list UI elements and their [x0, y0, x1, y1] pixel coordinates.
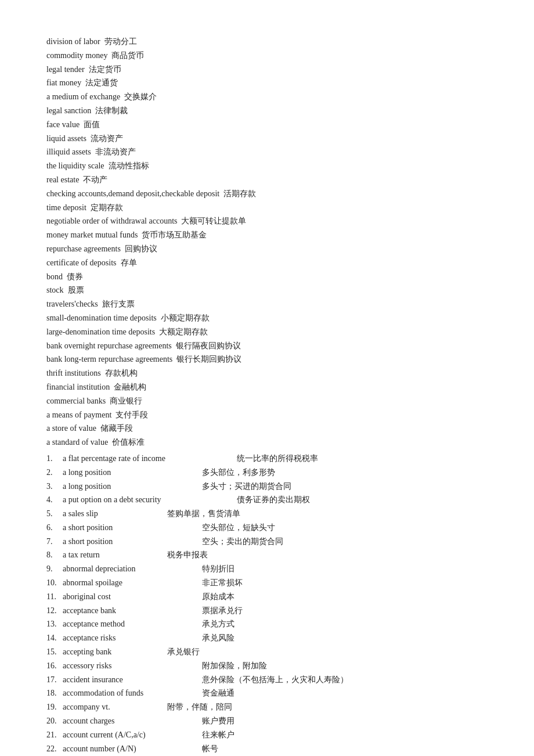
vocab-line: a medium of exchange 交换媒介 [46, 90, 488, 104]
numbered-item: 17.accident insurance意外保险（不包括海上，火灾和人寿险） [46, 673, 488, 687]
numbered-item: 12.acceptance bank票据承兑行 [46, 604, 488, 618]
vocab-line: commercial banks 商业银行 [46, 394, 488, 408]
numbered-item: 20.account charges账户费用 [46, 714, 488, 728]
vocab-line: stock 股票 [46, 283, 488, 297]
item-translation: 多头部位，利多形势 [202, 466, 275, 480]
vocab-line: a standard of value 价值标准 [46, 435, 488, 449]
item-number: 1. [46, 452, 63, 466]
vocab-line: illiquid assets 非流动资产 [46, 145, 488, 159]
item-number: 3. [46, 480, 63, 494]
vocab-line: real estate 不动产 [46, 173, 488, 187]
vocabulary-list: division of labor 劳动分工commodity money 商品… [46, 35, 488, 449]
numbered-item: 13.acceptance method承兑方式 [46, 617, 488, 631]
item-translation: 意外保险（不包括海上，火灾和人寿险） [202, 673, 348, 687]
vocab-line: certificate of deposits 存单 [46, 256, 488, 270]
numbered-item: 11.aboriginal cost原始成本 [46, 590, 488, 604]
numbered-item: 5.a sales slip签购单据，售货清单 [46, 507, 488, 521]
item-number: 6. [46, 521, 63, 535]
item-number: 19. [46, 700, 63, 714]
item-translation: 承兑方式 [202, 617, 234, 631]
vocab-line: travelers'checks 旅行支票 [46, 297, 488, 311]
numbered-item: 15.accepting bank承兑银行 [46, 645, 488, 659]
item-translation: 账户费用 [202, 714, 234, 728]
item-term: account charges [63, 714, 202, 728]
item-number: 8. [46, 548, 63, 562]
item-translation: 统一比率的所得税税率 [237, 452, 318, 466]
vocab-line: commodity money 商品货币 [46, 49, 488, 63]
numbered-item: 1.a flat percentage rate of income统一比率的所… [46, 452, 488, 466]
item-number: 12. [46, 604, 63, 618]
main-content: division of labor 劳动分工commodity money 商品… [46, 35, 488, 756]
vocab-line: small-denomination time deposits 小额定期存款 [46, 311, 488, 325]
item-number: 20. [46, 714, 63, 728]
item-translation: 承兑银行 [167, 645, 200, 659]
item-translation: 附加保险，附加险 [202, 659, 267, 673]
item-term: accessory risks [63, 659, 202, 673]
item-term: aboriginal cost [63, 590, 202, 604]
vocab-line: thrift institutions 存款机构 [46, 366, 488, 380]
item-term: account number (A/N) [63, 742, 202, 756]
item-term: a short position [63, 535, 202, 549]
vocab-line: liquid assets 流动资产 [46, 132, 488, 146]
vocab-line: large-denomination time deposits 大额定期存款 [46, 325, 488, 339]
item-translation: 帐号 [202, 742, 218, 756]
item-translation: 往来帐户 [202, 728, 234, 742]
item-number: 11. [46, 590, 63, 604]
item-term: abnormal depreciation [63, 562, 202, 576]
item-translation: 税务申报表 [167, 548, 208, 562]
vocab-line: legal tender 法定货币 [46, 63, 488, 77]
item-number: 16. [46, 659, 63, 673]
item-translation: 票据承兑行 [202, 604, 243, 618]
item-translation: 资金融通 [202, 686, 234, 700]
item-translation: 特别折旧 [202, 562, 234, 576]
vocab-line: bank overnight repurchase agreements 银行隔… [46, 339, 488, 353]
item-term: accompany vt. [63, 700, 167, 714]
numbered-item: 3.a long position多头寸；买进的期货合同 [46, 480, 488, 494]
item-number: 10. [46, 576, 63, 590]
vocab-line: checking accounts,demand deposit,checkab… [46, 187, 488, 201]
item-translation: 承兑风险 [202, 631, 234, 645]
vocab-line: repurchase agreements 回购协议 [46, 242, 488, 256]
numbered-item: 2.a long position多头部位，利多形势 [46, 466, 488, 480]
item-translation: 多头寸；买进的期货合同 [202, 480, 291, 494]
item-number: 14. [46, 631, 63, 645]
item-term: a short position [63, 521, 202, 535]
vocab-line: the liquidity scale 流动性指标 [46, 159, 488, 173]
item-number: 15. [46, 645, 63, 659]
vocab-line: time deposit 定期存款 [46, 201, 488, 215]
numbered-item: 16.accessory risks附加保险，附加险 [46, 659, 488, 673]
numbered-item: 8.a tax return税务申报表 [46, 548, 488, 562]
numbered-item: 7.a short position空头；卖出的期货合同 [46, 535, 488, 549]
item-translation: 签购单据，售货清单 [167, 507, 240, 521]
numbered-item: 18.accommodation of funds资金融通 [46, 686, 488, 700]
item-number: 4. [46, 493, 63, 507]
item-term: acceptance bank [63, 604, 202, 618]
item-term: account current (A/C,a/c) [63, 728, 202, 742]
item-number: 7. [46, 535, 63, 549]
item-translation: 非正常损坏 [202, 576, 243, 590]
vocab-line: legal sanction 法律制裁 [46, 104, 488, 118]
vocab-line: bank long-term repurchase agreements 银行长… [46, 352, 488, 366]
numbered-item: 22.account number (A/N)帐号 [46, 742, 488, 756]
numbered-item: 21.account current (A/C,a/c)往来帐户 [46, 728, 488, 742]
vocab-line: financial institution 金融机构 [46, 380, 488, 394]
item-translation: 空头部位，短缺头寸 [202, 521, 275, 535]
item-term: accommodation of funds [63, 686, 202, 700]
item-translation: 债务证券的卖出期权 [237, 493, 310, 507]
item-term: a long position [63, 466, 202, 480]
item-term: acceptance method [63, 617, 202, 631]
numbered-item: 14.acceptance risks承兑风险 [46, 631, 488, 645]
vocab-line: bond 债券 [46, 270, 488, 284]
vocab-line: face value 面值 [46, 118, 488, 132]
item-number: 21. [46, 728, 63, 742]
item-term: a put option on a debt security [63, 493, 237, 507]
item-number: 17. [46, 673, 63, 687]
item-number: 13. [46, 617, 63, 631]
numbered-item: 19.accompany vt.附带，伴随，陪同 [46, 700, 488, 714]
item-term: a tax return [63, 548, 167, 562]
numbered-item: 4.a put option on a debt security债务证券的卖出… [46, 493, 488, 507]
item-number: 22. [46, 742, 63, 756]
numbered-item: 9.abnormal depreciation特别折旧 [46, 562, 488, 576]
vocab-line: a store of value 储藏手段 [46, 422, 488, 435]
item-number: 18. [46, 686, 63, 700]
